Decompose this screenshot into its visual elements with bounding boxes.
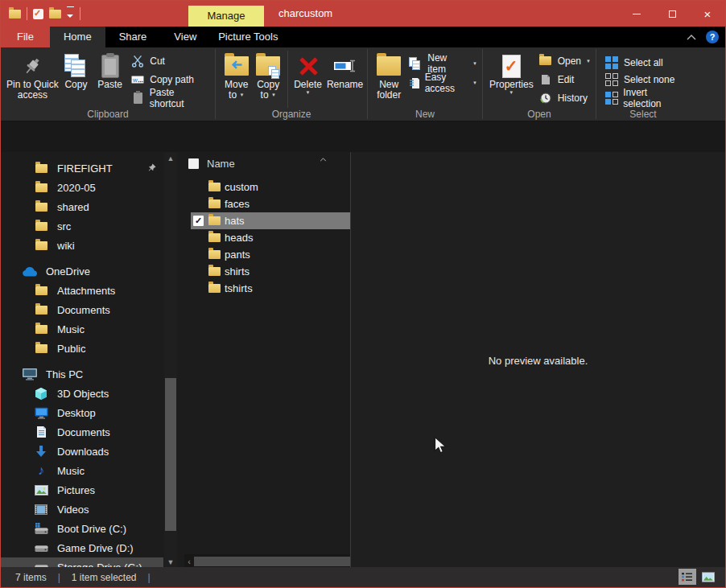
sidebar-item-wiki[interactable]: wiki — [1, 236, 163, 255]
tab-manage[interactable]: Manage — [188, 6, 264, 27]
file-name: faces — [225, 198, 250, 210]
pc-icon — [22, 368, 38, 380]
group-label-organize: Organize — [216, 109, 367, 120]
button-label: Select none — [624, 74, 674, 85]
delete-button[interactable]: Delete ▼ — [291, 51, 324, 108]
quick-access-toolbar — [9, 1, 80, 27]
sidebar-item-src[interactable]: src — [1, 216, 163, 236]
folder-icon[interactable] — [49, 10, 61, 19]
sidebar-item-3d-objects[interactable]: 3D Objects — [1, 384, 163, 403]
open-button[interactable]: Open ▼ — [535, 51, 594, 70]
vid-icon — [33, 504, 49, 515]
copy-button[interactable]: Copy — [60, 51, 93, 108]
separator: | — [148, 572, 151, 583]
close-button[interactable]: × — [690, 1, 725, 27]
new-folder-button[interactable]: New folder — [373, 51, 405, 108]
folder-icon[interactable] — [9, 10, 21, 19]
minimize-button[interactable] — [619, 1, 654, 27]
copy-path-button[interactable]: w Copy path — [127, 70, 213, 88]
group-label-select: Select — [596, 109, 690, 120]
column-header-name[interactable]: Name — [207, 158, 235, 170]
sidebar-item-shared[interactable]: shared — [1, 197, 163, 216]
folder-icon — [33, 222, 49, 231]
properties-button[interactable]: Properties ▼ — [488, 51, 535, 108]
paste-shortcut-button[interactable]: Paste shortcut — [127, 88, 213, 108]
history-button[interactable]: History — [535, 89, 594, 108]
cut-button[interactable]: Cut — [127, 51, 213, 70]
sidebar-item-game-drive-d[interactable]: Game Drive (D:) — [1, 538, 163, 557]
pin-to-quick-access-button[interactable]: Pin to Quick access — [6, 51, 60, 108]
select-all-checkbox[interactable] — [188, 158, 199, 169]
ribbon-group-clipboard: Pin to Quick access Copy Paste Cut — [1, 47, 215, 121]
pic-icon — [33, 485, 49, 495]
sidebar-scrollbar[interactable]: ▲ ▼ — [164, 152, 177, 569]
sidebar-item-documents[interactable]: Documents — [1, 422, 163, 442]
button-label: New folder — [373, 80, 405, 101]
help-icon[interactable]: ? — [706, 31, 719, 43]
new-folder-icon — [377, 52, 401, 80]
group-label-clipboard: Clipboard — [1, 109, 215, 120]
separator — [27, 7, 27, 20]
delete-icon — [298, 52, 318, 80]
scissors-icon — [130, 55, 145, 68]
minimize-ribbon-icon[interactable] — [687, 35, 696, 40]
tab-share[interactable]: Share — [105, 27, 161, 47]
sidebar-item-label: Boot Drive (C:) — [57, 523, 126, 535]
move-to-button[interactable]: Move to ▼ — [221, 51, 252, 108]
new-item-button[interactable]: New item ▼ — [405, 54, 481, 73]
properties-check-icon[interactable] — [33, 9, 43, 19]
sidebar-item-this-pc[interactable]: This PC — [1, 364, 163, 384]
sidebar-item-videos[interactable]: Videos — [1, 500, 163, 519]
sidebar-item-label: 3D Objects — [57, 388, 109, 400]
ribbon-group-new: New folder New item ▼ Easy access ▼ New — [368, 47, 482, 121]
row-checkbox[interactable]: ✓ — [193, 216, 204, 226]
scrollbar-thumb[interactable] — [165, 378, 176, 531]
sidebar-item-pictures[interactable]: Pictures — [1, 480, 163, 500]
window-controls: × — [619, 1, 725, 27]
edit-button[interactable]: Edit — [535, 70, 594, 88]
folder-icon — [208, 266, 221, 278]
sidebar-item-label: Documents — [57, 426, 110, 438]
select-buttons: Select all Select none Invert selection — [601, 51, 688, 108]
close-icon: × — [704, 7, 712, 21]
paste-button[interactable]: Paste — [93, 51, 127, 108]
thumbnail-view-button[interactable] — [699, 569, 717, 585]
sidebar-item-desktop[interactable]: Desktop — [1, 403, 163, 422]
sidebar-item-attachments[interactable]: Attachments — [1, 281, 163, 300]
music-icon: ♪ — [33, 465, 49, 476]
sidebar-item-onedrive[interactable]: OneDrive — [1, 261, 163, 281]
easy-access-button[interactable]: Easy access ▼ — [405, 73, 481, 93]
navigation-pane: FIREFIGHT2020-05sharedsrcwikiOneDriveAtt… — [1, 152, 184, 569]
invert-selection-button[interactable]: Invert selection — [601, 88, 688, 108]
sidebar-item-2020-05[interactable]: 2020-05 — [1, 178, 163, 197]
separator: | — [58, 572, 60, 583]
sidebar-item-label: Pictures — [57, 484, 95, 496]
sidebar-item-music[interactable]: Music — [1, 319, 163, 339]
scroll-up-icon[interactable]: ▲ — [164, 152, 177, 165]
copy-path-icon: w — [130, 75, 145, 84]
select-all-button[interactable]: Select all — [601, 54, 688, 72]
button-label: Easy access — [425, 72, 468, 94]
rename-button[interactable]: Rename — [324, 51, 365, 108]
thumbnail-view-icon — [702, 572, 715, 582]
select-none-button[interactable]: Select none — [601, 72, 688, 89]
tab-home[interactable]: Home — [50, 27, 105, 47]
copy-to-button[interactable]: Copy to ▼ — [252, 51, 283, 108]
sidebar-item-public[interactable]: Public — [1, 339, 163, 358]
tab-view[interactable]: View — [160, 27, 210, 47]
sidebar-item-boot-drive-c[interactable]: Boot Drive (C:) — [1, 519, 163, 538]
details-view-button[interactable] — [679, 569, 696, 585]
sidebar-item-label: shared — [57, 201, 89, 213]
main-area: FIREFIGHT2020-05sharedsrcwikiOneDriveAtt… — [1, 152, 725, 569]
sidebar-item-documents[interactable]: Documents — [1, 300, 163, 319]
sidebar-item-label: Game Drive (D:) — [57, 542, 134, 554]
qat-customize-dropdown[interactable] — [67, 6, 74, 21]
maximize-button[interactable] — [654, 1, 690, 27]
sidebar-item-firefight[interactable]: FIREFIGHT — [1, 158, 163, 178]
tab-file[interactable]: File — [1, 27, 50, 47]
down-icon — [33, 445, 49, 458]
tab-picture-tools[interactable]: Picture Tools — [210, 27, 286, 47]
sidebar-item-downloads[interactable]: Downloads — [1, 442, 163, 461]
sidebar-item-music[interactable]: ♪Music — [1, 461, 163, 480]
sidebar-item-label: wiki — [57, 240, 75, 252]
